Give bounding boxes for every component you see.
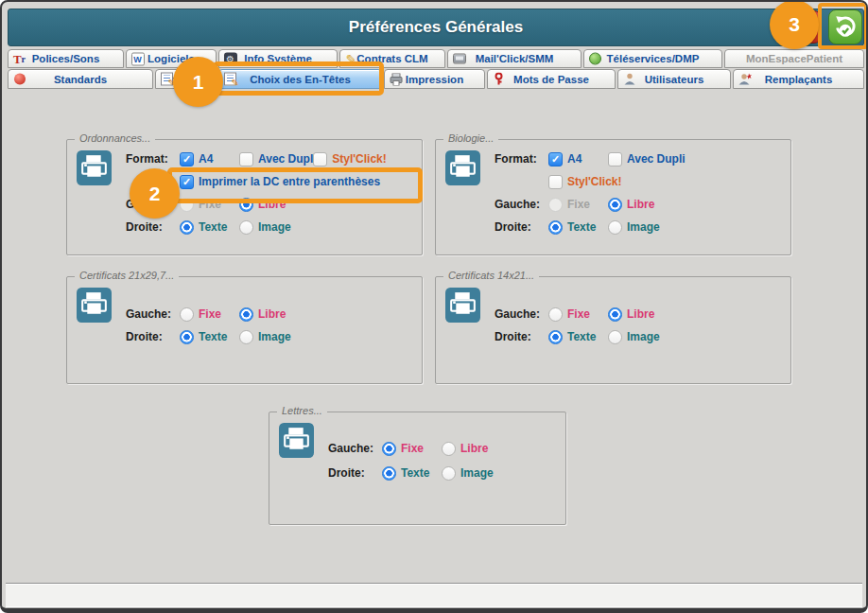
checkbox-icon	[608, 152, 622, 166]
radio-icon	[442, 442, 456, 456]
format-row: Format: A4 Avec Dupli	[495, 148, 787, 170]
tab-utilisateurs[interactable]: Utilisateurs	[617, 69, 731, 89]
checkbox-a4[interactable]: A4	[180, 152, 239, 166]
gauche-row: Gauche: Fixe Libre	[328, 436, 562, 461]
radio-libre[interactable]: Libre	[239, 307, 299, 322]
tab-polices-sons[interactable]: Tr Polices/Sons	[8, 49, 124, 68]
tab-monespacepatient[interactable]: MonEspacePatient	[724, 49, 864, 68]
tab-mots-de-passe[interactable]: Mots de Passe	[487, 69, 616, 89]
checkbox-icon	[313, 152, 327, 166]
radio-fixe[interactable]: Fixe	[180, 307, 239, 322]
radio-icon	[180, 307, 194, 322]
key-icon	[492, 72, 506, 86]
titlebar: Préférences Générales	[8, 9, 864, 46]
radio-texte[interactable]: Texte	[548, 330, 608, 344]
panel-certificats-14x21: Certificats 14x21... Gauche: Fixe Libre …	[435, 276, 791, 384]
panel-lettres: Lettres... Gauche: Fixe Libre Droite: Te…	[269, 412, 566, 525]
radio-texte[interactable]: Texte	[180, 220, 239, 235]
user-icon	[622, 72, 636, 86]
printer-icon	[77, 288, 112, 323]
radio-icon	[608, 330, 622, 344]
status-bar	[6, 583, 862, 608]
radio-icon	[239, 220, 253, 235]
radio-selected-icon	[239, 307, 253, 322]
checkbox-a4[interactable]: A4	[548, 152, 608, 166]
droite-row: Droite: Texte Image	[126, 216, 418, 238]
user-replace-icon	[738, 72, 752, 86]
checkbox-avec-dupli[interactable]: Avec Dupli	[608, 152, 686, 166]
radio-image[interactable]: Image	[608, 330, 668, 344]
printer-icon	[445, 150, 480, 185]
radio-image[interactable]: Image	[239, 220, 299, 235]
radio-libre[interactable]: Libre	[608, 198, 668, 212]
radio-libre[interactable]: Libre	[442, 442, 501, 456]
w-icon: W	[130, 52, 145, 66]
checkbox-avec-dupli[interactable]: Avec Dupl	[239, 152, 313, 166]
radio-selected-icon	[180, 220, 194, 235]
checkbox-icon	[239, 152, 253, 166]
checkbox-styl-click[interactable]: Styl'Click!	[548, 175, 622, 189]
droite-row: Droite: Texte Image	[495, 216, 787, 238]
annotation-rect-choix-en-tetes	[213, 61, 384, 96]
panel-legend: Ordonnances...	[75, 132, 155, 144]
styl-click-row: Styl'Click!	[495, 170, 787, 193]
radio-icon	[442, 466, 456, 481]
panel-legend: Certificats 14x21...	[443, 270, 539, 281]
radio-disabled-icon	[548, 198, 563, 212]
gauche-row: Gauche: Fixe Libre	[126, 303, 418, 325]
printer-icon	[389, 72, 403, 86]
radio-texte[interactable]: Texte	[382, 466, 442, 481]
window-title: Préférences Générales	[9, 18, 863, 37]
checkbox-checked-icon	[180, 152, 194, 166]
globe-icon	[588, 52, 602, 66]
radio-selected-icon	[608, 198, 622, 212]
droite-row: Droite: Texte Image	[126, 325, 418, 348]
printer-icon	[445, 288, 480, 323]
radio-selected-icon	[382, 442, 396, 456]
tab-standards[interactable]: Standards	[8, 69, 153, 89]
gauche-row: Gauche: Fixe Libre	[495, 193, 787, 216]
radio-icon	[548, 307, 563, 322]
radio-selected-icon	[382, 466, 396, 481]
annotation-step-3: 3	[770, 0, 819, 49]
tab-impression[interactable]: Impression	[384, 69, 485, 89]
gauche-row: Gauche: Fixe Libre	[495, 303, 787, 325]
radio-fixe[interactable]: Fixe	[382, 442, 442, 456]
radio-icon	[239, 330, 253, 344]
panel-legend: Certificats 21x29,7...	[75, 270, 179, 281]
annotation-rect-validate-button	[818, 3, 868, 49]
panel-certificats-21x29: Certificats 21x29,7... Gauche: Fixe Libr…	[66, 276, 423, 384]
panel-legend: Biologie...	[443, 132, 498, 144]
printer-icon	[77, 150, 112, 185]
tab-row-1: Tr Polices/Sons W Logiciels ⚙ Info Systè…	[8, 49, 864, 68]
checkbox-checked-icon	[548, 152, 563, 166]
tab-mailclick-smm[interactable]: Mail'Click/SMM	[447, 49, 582, 68]
radio-icon	[608, 220, 622, 235]
radio-fixe[interactable]: Fixe	[548, 307, 608, 322]
panel-legend: Lettres...	[277, 405, 327, 416]
radio-selected-icon	[548, 330, 563, 344]
radio-selected-icon	[608, 307, 622, 322]
font-icon: Tr	[12, 52, 26, 66]
radio-fixe[interactable]: Fixe	[548, 198, 608, 212]
tab-teleservices-dmp[interactable]: Téléservices/DMP	[583, 49, 722, 68]
radio-texte[interactable]: Texte	[548, 220, 608, 235]
headers-doc-icon	[160, 72, 174, 86]
printer-icon	[279, 423, 314, 458]
annotation-step-1: 1	[173, 57, 223, 107]
panel-biologie: Biologie... Format: A4 Avec Dupli Styl'C…	[435, 139, 791, 255]
preferences-window: Préférences Générales Tr Polices/Sons W …	[0, 0, 868, 613]
radio-libre[interactable]: Libre	[608, 307, 668, 322]
annotation-rect-imprimer-dc	[167, 167, 423, 203]
mail-icon	[452, 52, 466, 66]
checkbox-styl-click[interactable]: Styl'Click!	[313, 152, 387, 166]
tab-row-2: Standards En-Têtes Choix des En-Têtes Im…	[8, 69, 864, 89]
radio-image[interactable]: Image	[442, 466, 501, 481]
tab-remplacants[interactable]: Remplaçants	[733, 69, 864, 89]
radio-selected-icon	[180, 330, 194, 344]
checkbox-icon	[548, 175, 563, 189]
radio-texte[interactable]: Texte	[180, 330, 239, 344]
droite-row: Droite: Texte Image	[495, 325, 787, 348]
radio-image[interactable]: Image	[239, 330, 299, 344]
radio-image[interactable]: Image	[608, 220, 668, 235]
